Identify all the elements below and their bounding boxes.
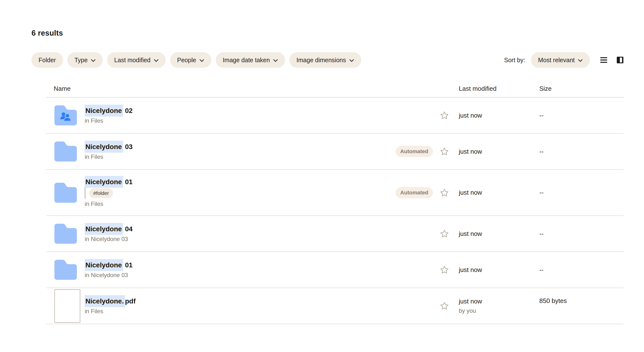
table-row[interactable]: Nicelydone.pdf in Files just now by you …	[46, 288, 624, 324]
filter-chip-last-modified[interactable]: Last modified	[107, 52, 166, 68]
last-modified-value: just now	[459, 112, 539, 119]
results-count-heading: 6 results	[32, 29, 644, 37]
table-row[interactable]: Nicelydone 01 #folder in Files Automated…	[46, 170, 624, 216]
search-term-highlight: Nicelydone	[85, 105, 123, 117]
file-location: in Files	[85, 153, 396, 160]
filter-bar: Folder Type Last modified People Image d…	[32, 52, 624, 68]
star-icon[interactable]	[440, 147, 449, 156]
filter-chip-image-dimensions[interactable]: Image dimensions	[290, 52, 361, 68]
file-name-link[interactable]: Nicelydone.pdf	[85, 297, 440, 306]
file-name-link[interactable]: Nicelydone 03	[85, 143, 396, 151]
size-value: 850 bytes	[539, 297, 624, 305]
chevron-down-icon	[199, 57, 204, 64]
automated-badge: Automated	[396, 146, 433, 157]
chevron-down-icon	[91, 57, 96, 64]
chevron-down-icon	[349, 57, 354, 64]
size-value: --	[539, 112, 624, 119]
sort-dropdown[interactable]: Most relevant	[531, 52, 590, 68]
file-location: in Nicelydone 03	[85, 236, 440, 243]
size-value: --	[539, 266, 624, 274]
star-icon[interactable]	[440, 301, 449, 311]
file-location: in Files	[85, 117, 440, 124]
size-value: --	[539, 230, 624, 238]
search-results-page: 6 results Folder Type Last modified Peop…	[0, 0, 644, 324]
file-location: in Files	[85, 308, 440, 315]
shared-folder-icon	[54, 105, 85, 125]
file-name-link[interactable]: Nicelydone 04	[85, 225, 440, 233]
chevron-down-icon	[578, 57, 583, 64]
table-header: Name Last modified Size	[46, 80, 624, 98]
last-modified-value: just now	[459, 189, 539, 196]
column-header-name: Name	[54, 85, 440, 92]
star-icon[interactable]	[440, 229, 449, 238]
sort-controls: Sort by: Most relevant	[504, 52, 624, 68]
table-row[interactable]: Nicelydone 03 in Files Automated just no…	[46, 134, 624, 170]
pdf-thumbnail	[54, 289, 85, 323]
search-term-highlight: Nicelydone	[85, 223, 123, 235]
file-name-link[interactable]: Nicelydone 02	[85, 107, 440, 115]
results-table: Name Last modified Size Nicelydon	[46, 80, 624, 324]
last-modified-value: just now	[459, 148, 539, 155]
table-row[interactable]: Nicelydone 01 in Nicelydone 03 just now …	[46, 252, 624, 288]
chevron-down-icon	[154, 57, 158, 64]
last-modified-value: just now	[459, 266, 539, 274]
folder-icon	[54, 141, 85, 161]
file-name-link[interactable]: Nicelydone 01	[85, 261, 440, 269]
view-toggle-group	[600, 56, 624, 64]
search-term-highlight: Nicelydone	[85, 259, 123, 271]
star-icon[interactable]	[440, 265, 449, 274]
star-icon[interactable]	[440, 111, 449, 120]
search-term-highlight: Nicelydone	[85, 141, 123, 153]
filter-chip-image-date-taken[interactable]: Image date taken	[216, 52, 285, 68]
folder-tag-chip[interactable]: #folder	[89, 188, 113, 198]
table-row[interactable]: Nicelydone 02 in Files just now --	[46, 98, 624, 134]
file-name-link[interactable]: Nicelydone 01	[85, 178, 396, 186]
search-term-highlight: Nicelydone.	[85, 295, 125, 307]
filter-chip-folder[interactable]: Folder	[32, 52, 63, 68]
folder-icon	[54, 260, 85, 280]
tag-divider-bar	[85, 188, 86, 199]
folder-icon	[54, 224, 85, 244]
folder-icon	[54, 183, 85, 203]
automated-badge: Automated	[396, 187, 433, 198]
last-modified-value: just now	[459, 230, 539, 238]
chevron-down-icon	[273, 57, 278, 64]
filter-chip-type[interactable]: Type	[67, 52, 103, 68]
filter-chips: Folder Type Last modified People Image d…	[32, 52, 361, 68]
list-view-icon[interactable]	[600, 56, 608, 64]
star-icon[interactable]	[440, 188, 449, 197]
column-header-last-modified: Last modified	[459, 85, 539, 92]
filter-chip-people[interactable]: People	[170, 52, 211, 68]
file-location: in Nicelydone 03	[85, 272, 440, 279]
last-modified-value: just now	[459, 298, 539, 305]
size-value: --	[539, 189, 624, 196]
modified-by-value: by you	[459, 307, 539, 314]
sort-by-label: Sort by:	[504, 57, 525, 64]
column-header-size: Size	[539, 85, 624, 92]
file-location: in Files	[85, 201, 396, 207]
table-row[interactable]: Nicelydone 04 in Nicelydone 03 just now …	[46, 216, 624, 252]
split-view-icon[interactable]	[617, 57, 624, 63]
search-term-highlight: Nicelydone	[85, 176, 123, 188]
size-value: --	[539, 148, 624, 155]
tag-row: #folder	[85, 188, 396, 199]
